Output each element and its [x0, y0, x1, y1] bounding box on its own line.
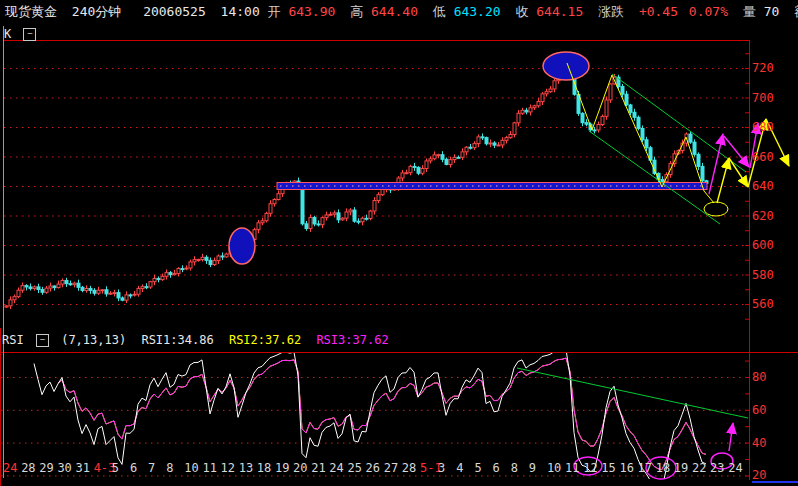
amount-label: 额	[794, 3, 798, 21]
date-label: 4	[456, 461, 463, 475]
price-axis-label: 600	[752, 238, 774, 252]
date-label: 11	[565, 461, 579, 475]
low-label: 低	[433, 3, 446, 21]
rsi-panel-header: RSI − (7,13,13) RSI1:34.86 RSI2:37.62 RS…	[2, 333, 389, 347]
drawing-annotations[interactable]	[229, 52, 789, 479]
date-label: 19	[275, 461, 289, 475]
price-axis-label: 700	[752, 91, 774, 105]
rsi-axis-label: 60	[752, 403, 766, 417]
date-label: 28	[21, 461, 35, 475]
date-label: 24	[728, 461, 742, 475]
k-panel-minimize-button[interactable]: −	[23, 28, 36, 41]
open-value: 643.90	[288, 4, 335, 19]
date-axis: 24282930314-3567810111213181920212425262…	[0, 461, 798, 477]
date-label: 7	[148, 461, 155, 475]
rsi3-readout: RSI3:37.62	[316, 333, 388, 347]
close-value: 644.15	[536, 4, 583, 19]
date-label: 22	[692, 461, 706, 475]
quote-date: 20060525	[143, 4, 206, 19]
projection-arrow[interactable]	[729, 423, 733, 451]
symbol-name: 现货黄金	[5, 3, 57, 21]
price-axis-label: 580	[752, 268, 774, 282]
date-label: 6	[493, 461, 500, 475]
open-label: 开	[268, 3, 281, 21]
high-label: 高	[350, 3, 363, 21]
date-label: 31	[76, 461, 90, 475]
date-label: 26	[366, 461, 380, 475]
rsi-axis-label: 80	[752, 370, 766, 384]
date-label: 21	[311, 461, 325, 475]
change-value: +0.45	[639, 4, 678, 19]
date-label: 3	[438, 461, 445, 475]
highlight-ellipse[interactable]	[543, 52, 589, 80]
date-label: 5	[112, 461, 119, 475]
date-label: 17	[638, 461, 652, 475]
date-label: 29	[39, 461, 53, 475]
close-label: 收	[515, 3, 528, 21]
panel-frame	[0, 26, 798, 486]
date-label: 6	[130, 461, 137, 475]
rsi-axis-label: 40	[752, 436, 766, 450]
date-label: 18	[656, 461, 670, 475]
date-label: 12	[583, 461, 597, 475]
date-label: 5	[474, 461, 481, 475]
date-label: 10	[547, 461, 561, 475]
rsi1-readout: RSI1:34.86	[141, 333, 213, 347]
price-axis-label: 620	[752, 209, 774, 223]
date-label: 12	[221, 461, 235, 475]
k-panel-header: K −	[4, 27, 36, 41]
date-label: 19	[674, 461, 688, 475]
date-label: 24	[3, 461, 17, 475]
date-label: 13	[239, 461, 253, 475]
date-label: 9	[529, 461, 536, 475]
quote-header: 现货黄金 240分钟 20060525 14:00 开 643.90 高 644…	[5, 3, 798, 21]
chart-window: 现货黄金 240分钟 20060525 14:00 开 643.90 高 644…	[0, 0, 798, 486]
period-label: 240分钟	[72, 3, 121, 21]
high-value: 644.40	[371, 4, 418, 19]
highlight-ellipse[interactable]	[229, 228, 255, 264]
rsi-params: (7,13,13)	[61, 333, 126, 347]
price-axis-label: 660	[752, 150, 774, 164]
date-label: 24	[329, 461, 343, 475]
date-label: 30	[57, 461, 71, 475]
date-label: 27	[384, 461, 398, 475]
date-label: 20	[293, 461, 307, 475]
volume-label: 量	[743, 3, 756, 21]
projection-arrow[interactable]	[709, 134, 723, 194]
price-axis-label: 640	[752, 179, 774, 193]
volume-value: 70	[764, 4, 780, 19]
date-label: 16	[619, 461, 633, 475]
rsi2-readout: RSI2:37.62	[229, 333, 301, 347]
date-label: 8	[511, 461, 518, 475]
price-axis-label: 720	[752, 61, 774, 75]
date-label: 10	[184, 461, 198, 475]
date-label: 18	[257, 461, 271, 475]
change-label: 涨跌	[598, 3, 624, 21]
chart-canvas[interactable]	[0, 0, 798, 486]
date-label: 11	[202, 461, 216, 475]
low-value: 643.20	[454, 4, 501, 19]
price-axis-label: 560	[752, 297, 774, 311]
change-pct: 0.07%	[689, 4, 728, 19]
channel-trendline[interactable]	[589, 131, 720, 224]
rsi-panel-label: RSI	[2, 333, 24, 347]
date-label: 23	[710, 461, 724, 475]
date-label: 15	[601, 461, 615, 475]
price-axis-label: 680	[752, 120, 774, 134]
quote-time: 14:00	[221, 4, 260, 19]
projection-arrow[interactable]	[717, 158, 729, 203]
date-label: 8	[166, 461, 173, 475]
channel-trendline[interactable]	[612, 74, 746, 172]
rsi-panel-minimize-button[interactable]: −	[36, 334, 49, 347]
target-ellipse[interactable]	[704, 202, 728, 216]
k-panel-label: K	[4, 27, 11, 41]
date-label: 25	[347, 461, 361, 475]
date-label: 28	[402, 461, 416, 475]
